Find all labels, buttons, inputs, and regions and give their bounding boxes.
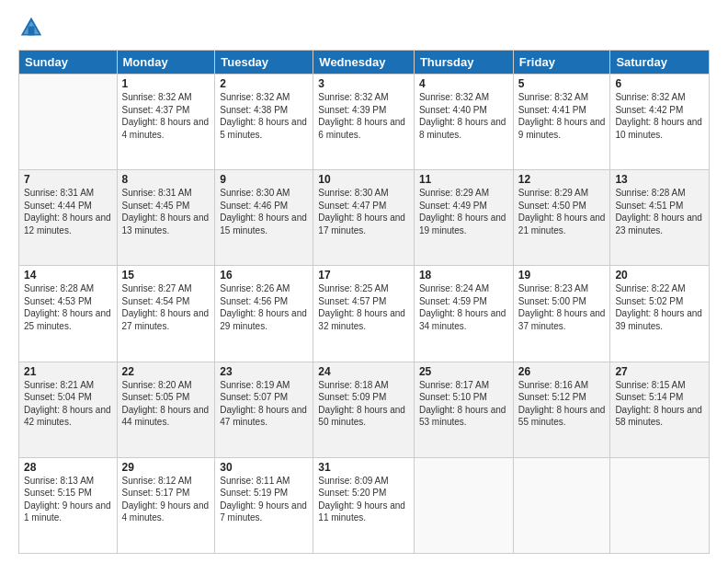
day-info: Sunrise: 8:13 AMSunset: 5:15 PMDaylight:… xyxy=(24,475,112,524)
logo-icon xyxy=(18,15,44,40)
day-info: Sunrise: 8:17 AMSunset: 5:10 PMDaylight:… xyxy=(419,379,508,429)
day-info: Sunrise: 8:22 AMSunset: 5:02 PMDaylight:… xyxy=(615,282,704,332)
day-number: 14 xyxy=(24,269,112,282)
calendar-day: 16Sunrise: 8:26 AMSunset: 4:56 PMDayligh… xyxy=(215,266,313,362)
calendar-day: 28Sunrise: 8:13 AMSunset: 5:15 PMDayligh… xyxy=(19,457,118,553)
day-number: 26 xyxy=(518,365,606,378)
day-info: Sunrise: 8:09 AMSunset: 5:20 PMDaylight:… xyxy=(318,475,409,524)
day-header-sunday: Sunday xyxy=(19,51,118,75)
day-header-monday: Monday xyxy=(117,51,215,75)
calendar-day: 20Sunrise: 8:22 AMSunset: 5:02 PMDayligh… xyxy=(610,266,710,362)
day-info: Sunrise: 8:31 AMSunset: 4:45 PMDaylight:… xyxy=(122,187,210,236)
day-info: Sunrise: 8:27 AMSunset: 4:54 PMDaylight:… xyxy=(122,282,210,332)
day-number: 30 xyxy=(220,461,308,474)
svg-rect-2 xyxy=(28,27,35,36)
header xyxy=(18,15,710,40)
calendar-day: 17Sunrise: 8:25 AMSunset: 4:57 PMDayligh… xyxy=(313,266,415,362)
day-number: 31 xyxy=(318,461,409,474)
calendar-day: 30Sunrise: 8:11 AMSunset: 5:19 PMDayligh… xyxy=(215,457,313,553)
calendar-day: 9Sunrise: 8:30 AMSunset: 4:46 PMDaylight… xyxy=(215,170,313,266)
day-number: 7 xyxy=(24,173,112,186)
day-number: 9 xyxy=(220,173,308,186)
day-info: Sunrise: 8:16 AMSunset: 5:12 PMDaylight:… xyxy=(518,379,606,429)
calendar-day: 1Sunrise: 8:32 AMSunset: 4:37 PMDaylight… xyxy=(117,75,215,170)
day-number: 3 xyxy=(318,77,409,90)
calendar-week-row: 21Sunrise: 8:21 AMSunset: 5:04 PMDayligh… xyxy=(19,362,710,457)
day-info: Sunrise: 8:24 AMSunset: 4:59 PMDaylight:… xyxy=(419,282,508,332)
day-number: 24 xyxy=(318,365,409,378)
calendar-day xyxy=(19,75,118,170)
day-number: 15 xyxy=(122,269,210,282)
calendar-day: 7Sunrise: 8:31 AMSunset: 4:44 PMDaylight… xyxy=(19,170,118,266)
day-info: Sunrise: 8:18 AMSunset: 5:09 PMDaylight:… xyxy=(318,379,409,429)
day-info: Sunrise: 8:19 AMSunset: 5:07 PMDaylight:… xyxy=(220,379,308,429)
day-header-saturday: Saturday xyxy=(610,51,710,75)
day-number: 25 xyxy=(419,365,508,378)
calendar-day xyxy=(610,457,710,553)
calendar-day: 27Sunrise: 8:15 AMSunset: 5:14 PMDayligh… xyxy=(610,362,710,457)
day-number: 20 xyxy=(615,269,704,282)
day-info: Sunrise: 8:32 AMSunset: 4:37 PMDaylight:… xyxy=(122,91,210,141)
day-info: Sunrise: 8:20 AMSunset: 5:05 PMDaylight:… xyxy=(122,379,210,429)
day-info: Sunrise: 8:21 AMSunset: 5:04 PMDaylight:… xyxy=(24,379,112,429)
calendar-day: 21Sunrise: 8:21 AMSunset: 5:04 PMDayligh… xyxy=(19,362,118,457)
calendar-day: 19Sunrise: 8:23 AMSunset: 5:00 PMDayligh… xyxy=(513,266,610,362)
calendar-day: 23Sunrise: 8:19 AMSunset: 5:07 PMDayligh… xyxy=(215,362,313,457)
day-info: Sunrise: 8:32 AMSunset: 4:42 PMDaylight:… xyxy=(615,91,704,141)
day-number: 23 xyxy=(220,365,308,378)
calendar-day xyxy=(414,457,513,553)
day-info: Sunrise: 8:32 AMSunset: 4:41 PMDaylight:… xyxy=(518,91,606,141)
calendar-day: 8Sunrise: 8:31 AMSunset: 4:45 PMDaylight… xyxy=(117,170,215,266)
calendar-day: 12Sunrise: 8:29 AMSunset: 4:50 PMDayligh… xyxy=(513,170,610,266)
day-header-thursday: Thursday xyxy=(414,51,513,75)
day-number: 6 xyxy=(615,77,704,90)
day-number: 13 xyxy=(615,173,704,186)
day-number: 19 xyxy=(518,269,606,282)
calendar-day: 11Sunrise: 8:29 AMSunset: 4:49 PMDayligh… xyxy=(414,170,513,266)
calendar-header-row: SundayMondayTuesdayWednesdayThursdayFrid… xyxy=(19,51,710,75)
day-number: 21 xyxy=(24,365,112,378)
day-number: 12 xyxy=(518,173,606,186)
calendar-day: 4Sunrise: 8:32 AMSunset: 4:40 PMDaylight… xyxy=(414,75,513,170)
calendar-day: 13Sunrise: 8:28 AMSunset: 4:51 PMDayligh… xyxy=(610,170,710,266)
day-info: Sunrise: 8:15 AMSunset: 5:14 PMDaylight:… xyxy=(615,379,704,429)
day-info: Sunrise: 8:30 AMSunset: 4:47 PMDaylight:… xyxy=(318,187,409,236)
day-number: 11 xyxy=(419,173,508,186)
day-number: 10 xyxy=(318,173,409,186)
calendar-day xyxy=(513,457,610,553)
calendar-week-row: 7Sunrise: 8:31 AMSunset: 4:44 PMDaylight… xyxy=(19,170,710,266)
calendar-day: 25Sunrise: 8:17 AMSunset: 5:10 PMDayligh… xyxy=(414,362,513,457)
day-info: Sunrise: 8:23 AMSunset: 5:00 PMDaylight:… xyxy=(518,282,606,332)
page: SundayMondayTuesdayWednesdayThursdayFrid… xyxy=(0,0,728,563)
day-info: Sunrise: 8:31 AMSunset: 4:44 PMDaylight:… xyxy=(24,187,112,236)
calendar-day: 18Sunrise: 8:24 AMSunset: 4:59 PMDayligh… xyxy=(414,266,513,362)
calendar-day: 31Sunrise: 8:09 AMSunset: 5:20 PMDayligh… xyxy=(313,457,415,553)
day-info: Sunrise: 8:32 AMSunset: 4:40 PMDaylight:… xyxy=(419,91,508,141)
day-number: 2 xyxy=(220,77,308,90)
day-info: Sunrise: 8:28 AMSunset: 4:53 PMDaylight:… xyxy=(24,282,112,332)
calendar-day: 24Sunrise: 8:18 AMSunset: 5:09 PMDayligh… xyxy=(313,362,415,457)
day-number: 4 xyxy=(419,77,508,90)
day-number: 17 xyxy=(318,269,409,282)
day-number: 1 xyxy=(122,77,210,90)
day-info: Sunrise: 8:28 AMSunset: 4:51 PMDaylight:… xyxy=(615,187,704,236)
calendar-day: 15Sunrise: 8:27 AMSunset: 4:54 PMDayligh… xyxy=(117,266,215,362)
calendar-week-row: 28Sunrise: 8:13 AMSunset: 5:15 PMDayligh… xyxy=(19,457,710,553)
day-number: 27 xyxy=(615,365,704,378)
day-header-friday: Friday xyxy=(513,51,610,75)
day-info: Sunrise: 8:11 AMSunset: 5:19 PMDaylight:… xyxy=(220,475,308,524)
logo xyxy=(18,15,48,40)
calendar-day: 22Sunrise: 8:20 AMSunset: 5:05 PMDayligh… xyxy=(117,362,215,457)
calendar: SundayMondayTuesdayWednesdayThursdayFrid… xyxy=(18,50,710,554)
day-number: 28 xyxy=(24,461,112,474)
day-info: Sunrise: 8:32 AMSunset: 4:38 PMDaylight:… xyxy=(220,91,308,141)
day-info: Sunrise: 8:32 AMSunset: 4:39 PMDaylight:… xyxy=(318,91,409,141)
calendar-day: 3Sunrise: 8:32 AMSunset: 4:39 PMDaylight… xyxy=(313,75,415,170)
calendar-week-row: 1Sunrise: 8:32 AMSunset: 4:37 PMDaylight… xyxy=(19,75,710,170)
day-number: 18 xyxy=(419,269,508,282)
calendar-day: 29Sunrise: 8:12 AMSunset: 5:17 PMDayligh… xyxy=(117,457,215,553)
day-number: 16 xyxy=(220,269,308,282)
day-info: Sunrise: 8:30 AMSunset: 4:46 PMDaylight:… xyxy=(220,187,308,236)
calendar-day: 6Sunrise: 8:32 AMSunset: 4:42 PMDaylight… xyxy=(610,75,710,170)
day-info: Sunrise: 8:29 AMSunset: 4:49 PMDaylight:… xyxy=(419,187,508,236)
